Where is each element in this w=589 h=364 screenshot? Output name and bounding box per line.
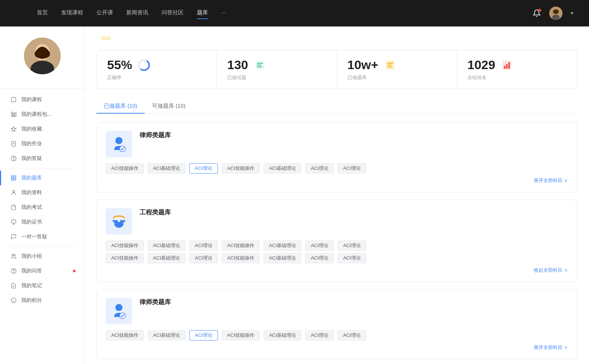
tag-2-4[interactable]: ACI基础理论 <box>264 330 302 340</box>
svg-rect-7 <box>11 97 16 102</box>
tag-2-0[interactable]: ACI技能操作 <box>106 330 144 340</box>
stat-label-3: 全站排名 <box>468 74 567 81</box>
qbank-icon-0 <box>106 131 132 157</box>
svg-rect-18 <box>14 176 16 178</box>
sidebar-item-我的题库[interactable]: 我的题库 <box>0 171 84 185</box>
tag-1-3[interactable]: ACI技能操作 <box>222 240 260 251</box>
tag-2-5[interactable]: ACI理论 <box>305 330 334 340</box>
tag-1-6[interactable]: ACI理论 <box>338 240 366 251</box>
qbank-icon-2 <box>106 298 132 324</box>
doc-icon <box>10 140 17 147</box>
qbank-info-1: 工程类题库 <box>140 208 171 218</box>
extra-tag-1-4[interactable]: ACI基础理论 <box>264 253 302 263</box>
svg-rect-36 <box>257 65 261 65</box>
svg-rect-17 <box>11 176 13 178</box>
tag-0-5[interactable]: ACI理论 <box>305 163 334 174</box>
qbank-header-0: 律师类题库 <box>106 131 568 157</box>
grid-icon <box>10 175 17 181</box>
sidebar-item-我的课程[interactable]: 我的课程 <box>0 92 84 107</box>
tab-item-1[interactable]: 可做题库 (10) <box>145 99 193 113</box>
profile-avatar[interactable] <box>24 38 61 74</box>
extra-tag-1-2[interactable]: ACI理论 <box>189 253 218 263</box>
svg-rect-20 <box>14 178 16 180</box>
sidebar-profile <box>0 26 84 89</box>
nav-link-首页[interactable]: 首页 <box>37 9 48 18</box>
nav-link-问答社区[interactable]: 问答社区 <box>162 9 184 18</box>
note-icon <box>10 282 17 289</box>
stat-icon-2 <box>384 58 397 72</box>
sidebar-item-我的笔记[interactable]: 我的笔记 <box>0 278 84 293</box>
tags-row-1: ACI技能操作ACI基础理论ACI理论ACI技能操作ACI基础理论ACI理论AC… <box>106 240 568 251</box>
extra-tag-1-6[interactable]: ACI理论 <box>338 253 366 263</box>
nav-link-题库[interactable]: 题库 <box>197 9 208 18</box>
tab-item-0[interactable]: 已做题库 (10) <box>96 99 145 113</box>
extra-tag-1-3[interactable]: ACI技能操作 <box>222 253 260 263</box>
sidebar-item-我的课程包...[interactable]: 我的课程包... <box>0 107 84 122</box>
expand-link-2[interactable]: 展开全部科目 ∨ <box>106 343 568 351</box>
qbank-header-2: 律师类题库 <box>106 298 568 324</box>
tag-1-0[interactable]: ACI技能操作 <box>106 240 144 251</box>
nav-link-公开课[interactable]: 公开课 <box>96 9 113 18</box>
sidebar-item-label: 我的积分 <box>21 297 42 304</box>
sidebar-item-我的积分[interactable]: 我的积分 <box>0 293 84 308</box>
sidebar-item-我的答疑[interactable]: 我的答疑 <box>0 151 84 166</box>
tag-1-5[interactable]: ACI理论 <box>305 240 334 251</box>
stat-item-1: 130 已做试题 <box>217 50 337 88</box>
tag-2-3[interactable]: ACI技能操作 <box>222 330 260 340</box>
sidebar-item-label: 我的资料 <box>21 189 42 196</box>
nav-link-新闻资讯[interactable]: 新闻资讯 <box>126 9 148 18</box>
svg-rect-41 <box>387 67 392 67</box>
sidebar-item-label: 我的课程 <box>21 96 42 103</box>
svg-rect-43 <box>504 66 505 69</box>
sidebar-item-我的小组[interactable]: 我的小组 <box>0 249 84 264</box>
sidebar-item-我的收藏[interactable]: 我的收藏 <box>0 122 84 136</box>
extra-tag-1-1[interactable]: ACI基础理论 <box>148 253 186 263</box>
people-icon <box>10 189 17 196</box>
stat-item-2: 10w+ 已做题库 <box>337 50 457 88</box>
tag-0-0[interactable]: ACI技能操作 <box>106 163 144 174</box>
tag-0-4[interactable]: ACI基础理论 <box>264 163 302 174</box>
stat-value-0: 55% <box>107 58 132 72</box>
notification-bell[interactable] <box>532 8 542 18</box>
tag-0-3[interactable]: ACI技能操作 <box>222 163 260 174</box>
file2-icon <box>10 204 17 211</box>
tag-2-2[interactable]: ACI理论 <box>189 330 218 340</box>
stat-label-0: 正确率 <box>107 74 206 81</box>
tag-2-1[interactable]: ACI基础理论 <box>148 330 186 340</box>
tag-2-6[interactable]: ACI理论 <box>338 330 366 340</box>
sidebar-item-我的作业[interactable]: 我的作业 <box>0 136 84 151</box>
stat-item-3: 1029 全站排名 <box>457 50 577 88</box>
sidebar-item-我的考试[interactable]: 我的考试 <box>0 200 84 215</box>
sidebar-item-我的证书[interactable]: 我的证书 <box>0 215 84 229</box>
tag-0-2[interactable]: ACI理论 <box>189 163 218 174</box>
avatar[interactable] <box>549 7 562 20</box>
collapse-link-1[interactable]: 收起全部科目 ∧ <box>106 265 568 274</box>
sidebar-item-我的资料[interactable]: 我的资料 <box>0 185 84 200</box>
tag-1-1[interactable]: ACI基础理论 <box>148 240 186 251</box>
tag-1-4[interactable]: ACI基础理论 <box>264 240 302 251</box>
tags-row-2: ACI技能操作ACI基础理论ACI理论ACI技能操作ACI基础理论ACI理论AC… <box>106 330 568 340</box>
sidebar-item-label: 一对一答疑 <box>21 233 47 240</box>
tag-0-1[interactable]: ACI基础理论 <box>148 163 186 174</box>
group-icon <box>10 253 17 260</box>
svg-rect-45 <box>508 62 510 69</box>
nav-link-发现课程[interactable]: 发现课程 <box>61 9 83 18</box>
sidebar-item-一对一答疑[interactable]: 一对一答疑 <box>0 229 84 244</box>
qbank-info-2: 律师类题库 <box>140 298 171 308</box>
extra-tag-1-5[interactable]: ACI理论 <box>305 253 334 263</box>
avatar-chevron-icon[interactable]: ▼ <box>570 11 574 16</box>
extra-tag-1-0[interactable]: ACI技能操作 <box>106 253 144 263</box>
nav-link-···[interactable]: ··· <box>221 9 226 18</box>
sidebar-item-我的问答[interactable]: 我的问答 <box>0 264 84 278</box>
svg-rect-39 <box>387 63 393 64</box>
svg-point-23 <box>12 254 13 256</box>
svg-rect-10 <box>15 113 16 117</box>
tag-0-6[interactable]: ACI理论 <box>338 163 366 174</box>
sidebar-divider-10 <box>7 246 77 247</box>
tag-1-2[interactable]: ACI理论 <box>189 240 218 251</box>
page-header <box>96 37 577 40</box>
svg-point-21 <box>13 190 14 192</box>
expand-link-0[interactable]: 展开全部科目 ∨ <box>106 176 568 184</box>
svg-point-2 <box>552 15 560 20</box>
stat-item-0: 55% 正确率 <box>97 50 217 88</box>
